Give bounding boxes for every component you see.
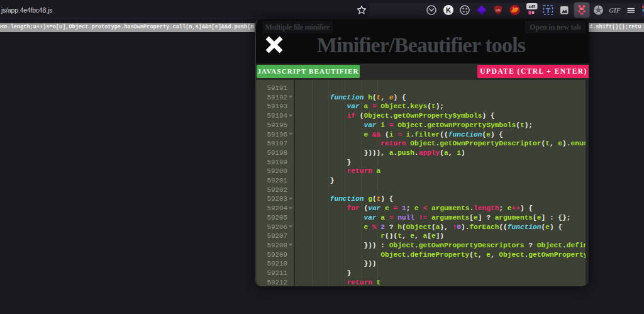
svg-text:GIF: GIF — [609, 7, 621, 14]
svg-text:ub: ub — [496, 8, 501, 12]
svg-text:off: off — [528, 4, 535, 9]
svg-text:T: T — [546, 7, 550, 14]
svg-text:K: K — [446, 6, 451, 14]
